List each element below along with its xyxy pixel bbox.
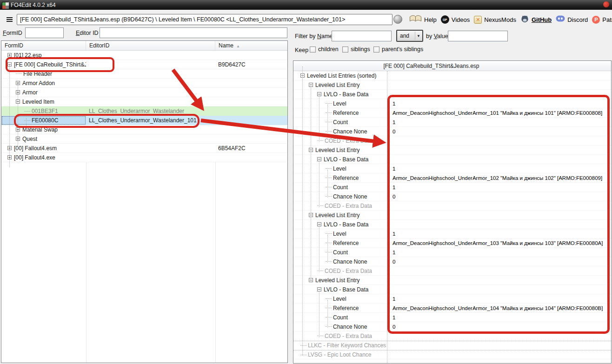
right-tree-row[interactable]: Level1: [293, 294, 611, 304]
checkbox-children-label: children: [318, 46, 339, 53]
link-label: Help: [424, 16, 437, 23]
left-tree-row[interactable]: +Quest: [1, 134, 287, 144]
cell-name: [215, 79, 287, 87]
field-label-cell: Level: [293, 164, 387, 173]
filter-name-input[interactable]: [332, 31, 392, 41]
right-tree-row[interactable]: ReferenceArmor_DeaconHighschool_UnderArm…: [293, 108, 611, 118]
checkbox-children[interactable]: [310, 46, 316, 53]
left-tree-row[interactable]: −[FE 000] CaRebuild_TShirt&Jeans.espB9D6…: [1, 60, 287, 69]
tree-leaf-dash: [326, 187, 332, 187]
field-label-cell: Count: [293, 183, 387, 192]
field-label: COED - Extra Data: [325, 268, 372, 274]
right-tree-row[interactable]: −LVLO - Base Data: [293, 220, 611, 229]
collapse-minus-icon[interactable]: −: [309, 83, 313, 87]
right-tree-row[interactable]: −Leveled List Entry: [293, 211, 611, 220]
expand-plus-icon[interactable]: +: [16, 127, 20, 132]
collapse-minus-icon[interactable]: −: [7, 62, 12, 66]
formid-label: FormID: [3, 28, 22, 38]
left-tree-row[interactable]: +[00] Fallout4.exe: [1, 153, 287, 162]
field-value-cell: 1: [387, 294, 611, 303]
right-tree-row[interactable]: LLKC - Filter Keyword Chances: [293, 341, 611, 350]
cell-name: [215, 153, 287, 162]
field-label: Level: [333, 165, 346, 172]
filter-operator-select[interactable]: and ▼: [396, 30, 423, 42]
right-tree-row[interactable]: Count1: [293, 313, 611, 322]
collapse-minus-icon[interactable]: −: [317, 222, 321, 226]
right-tree-row[interactable]: Level1: [293, 164, 611, 173]
right-tree-row[interactable]: ReferenceArmor_DeaconHighschool_UnderArm…: [293, 238, 611, 248]
collapse-minus-icon[interactable]: −: [309, 148, 313, 152]
expand-plus-icon[interactable]: +: [7, 146, 12, 150]
right-tree-row[interactable]: Count1: [293, 248, 611, 257]
right-tree-row[interactable]: Level1: [293, 229, 611, 238]
right-tree-row[interactable]: Chance None0: [293, 127, 611, 136]
link-help[interactable]: Help: [409, 15, 437, 25]
collapse-minus-icon[interactable]: −: [317, 92, 321, 96]
right-tree-row[interactable]: −Leveled List Entry: [293, 80, 611, 90]
right-tree-row[interactable]: Chance None0: [293, 322, 611, 331]
left-tree-row[interactable]: −Leveled Item: [1, 97, 287, 106]
right-tree-row[interactable]: Count1: [293, 118, 611, 127]
right-tree-row[interactable]: COED - Extra Data: [293, 331, 611, 341]
left-tree-row[interactable]: +[01] 22.esp: [1, 51, 287, 60]
right-tree-row[interactable]: −Leveled List Entry: [293, 276, 611, 285]
left-tree-row[interactable]: FE00080CLL_Clothes_Underarmor_Wastelande…: [1, 116, 287, 125]
filter-value-input[interactable]: [448, 31, 508, 41]
plugin-column-header[interactable]: [FE 000] CaRebuild_TShirt&Jeans.esp: [293, 61, 611, 71]
right-tree-row[interactable]: LVSG - Epic Loot Chance: [293, 350, 611, 359]
column-header-name[interactable]: Name▲: [215, 41, 287, 50]
right-tree-row[interactable]: Count1: [293, 183, 611, 192]
left-tree-row[interactable]: +Armor Addon: [1, 79, 287, 88]
checkbox-siblings[interactable]: [342, 46, 348, 53]
expand-plus-icon[interactable]: +: [16, 90, 20, 94]
left-tree-row[interactable]: +Material Swap: [1, 125, 287, 134]
left-tree-row[interactable]: +Armor: [1, 88, 287, 97]
collapse-minus-icon[interactable]: −: [16, 99, 20, 104]
field-label: LVLO - Base Data: [324, 156, 369, 163]
right-tree-row[interactable]: ReferenceArmor_DeaconHighschool_UnderArm…: [293, 304, 611, 313]
tree-leaf-dash: [326, 178, 332, 178]
right-tree-row[interactable]: Chance None0: [293, 192, 611, 201]
right-tree-row[interactable]: −LVLO - Base Data: [293, 155, 611, 164]
collapse-minus-icon[interactable]: −: [309, 278, 313, 282]
left-tree-row[interactable]: 001BE3F1LL_Clothes_Underarmor_Wastelande…: [1, 106, 287, 116]
right-tree-row[interactable]: ReferenceArmor_DeaconHighschool_UnderArm…: [293, 173, 611, 183]
right-tree-row[interactable]: −Leveled List Entries (sorted): [293, 71, 611, 80]
column-header-formid[interactable]: FormID: [1, 41, 86, 50]
collapse-minus-icon[interactable]: −: [300, 73, 305, 78]
address-go-button[interactable]: [393, 15, 402, 24]
right-tree-row[interactable]: −LVLO - Base Data: [293, 285, 611, 294]
tree-leaf-dash: [326, 122, 332, 122]
panel-splitter[interactable]: [288, 40, 293, 363]
expand-plus-icon[interactable]: +: [16, 137, 20, 141]
menu-button[interactable]: [4, 14, 15, 25]
right-tree-row[interactable]: Chance None0: [293, 257, 611, 266]
link-patreon[interactable]: P Patreon: [592, 16, 612, 24]
collapse-minus-icon[interactable]: −: [317, 157, 321, 161]
link-github[interactable]: GitHub: [520, 15, 552, 25]
collapse-minus-icon[interactable]: −: [317, 287, 321, 291]
link-discord[interactable]: Discord: [556, 15, 588, 24]
right-tree-row[interactable]: −LVLO - Base Data: [293, 90, 611, 99]
right-tree-row[interactable]: Level1: [293, 99, 611, 108]
expand-plus-icon[interactable]: +: [7, 155, 12, 159]
collapse-minus-icon[interactable]: −: [309, 213, 313, 217]
field-label-cell: COED - Extra Data: [293, 201, 387, 210]
link-nexusmods[interactable]: ✕ NexusMods: [474, 16, 516, 24]
column-header-editorid[interactable]: EditorID: [86, 41, 215, 50]
right-tree-row[interactable]: COED - Extra Data: [293, 266, 611, 276]
formid-input[interactable]: [25, 27, 64, 38]
right-tree-row[interactable]: COED - Extra Data: [293, 201, 611, 211]
link-videos[interactable]: GP Videos: [441, 15, 470, 24]
editorid-input[interactable]: [100, 27, 287, 38]
expand-plus-icon[interactable]: +: [7, 53, 12, 57]
checkbox-parents-siblings[interactable]: [373, 46, 379, 53]
left-tree-row[interactable]: File Header: [1, 69, 287, 79]
right-tree-row[interactable]: COED - Extra Data: [293, 136, 611, 146]
expand-plus-icon[interactable]: +: [16, 81, 20, 85]
right-tree-row[interactable]: −Leveled List Entry: [293, 146, 611, 155]
field-label-cell: Chance None: [293, 192, 387, 201]
field-label-cell: Chance None: [293, 257, 387, 266]
left-tree-row[interactable]: +[00] Fallout4.esm6B54AF2C: [1, 144, 287, 153]
address-bar[interactable]: [17, 14, 392, 25]
